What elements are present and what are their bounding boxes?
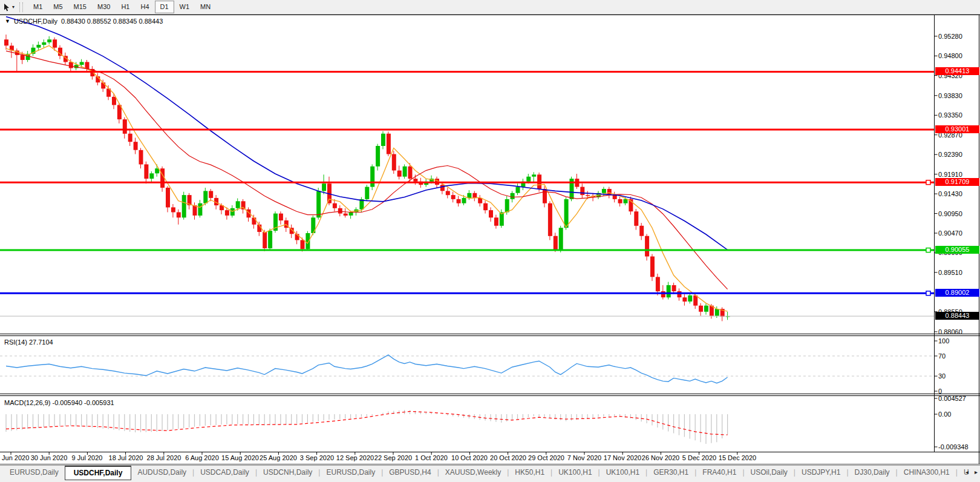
timeframe-button-m30[interactable]: M30: [92, 1, 116, 13]
toolbar-grip[interactable]: [19, 2, 23, 12]
timeframe-button-w1[interactable]: W1: [174, 1, 195, 13]
chart-tab-usoil-daily[interactable]: USOil,Daily: [745, 466, 794, 478]
timeframe-button-mn[interactable]: MN: [195, 1, 216, 13]
timeframe-button-d1[interactable]: D1: [155, 1, 174, 13]
chart-background: [0, 15, 980, 464]
chart-tab-usdchf-daily[interactable]: USDCHF,Daily: [65, 466, 132, 480]
timeframe-button-h4[interactable]: H4: [135, 1, 154, 13]
top-toolbar: ▾ M1M5M15M30H1H4D1W1MN: [0, 0, 980, 15]
chevron-down-icon[interactable]: ▾: [12, 4, 15, 10]
chart-tab-uk100-h1[interactable]: UK100,H1: [600, 466, 645, 478]
chart-tab-usdcad-daily[interactable]: USDCAD,Daily: [194, 466, 255, 478]
chart-tab-audusd-daily[interactable]: AUDUSD,Daily: [131, 466, 192, 478]
cursor-arrow-icon: [2, 3, 11, 12]
chart-tab-fra40-h1[interactable]: FRA40,H1: [696, 466, 742, 478]
chart-tab-eurusd-daily[interactable]: EURUSD,Daily: [320, 466, 381, 478]
timeframe-button-m1[interactable]: M1: [28, 1, 48, 13]
chart-tab-bar: EURUSD,DailyUSDCHF,DailyAUDUSD,Daily|USD…: [0, 465, 980, 482]
timeframe-button-m15[interactable]: M15: [68, 1, 92, 13]
timeframe-button-m5[interactable]: M5: [48, 1, 68, 13]
chart-tab-china300-h1[interactable]: CHINA300,H1: [898, 466, 956, 478]
chart-tab-uk100-h1[interactable]: UK100,H1: [552, 466, 598, 478]
timeframe-toolbar: M1M5M15M30H1H4D1W1MN: [25, 1, 218, 13]
cursor-tool[interactable]: ▾: [0, 3, 17, 12]
chart-tab-dj30-daily[interactable]: DJ30,Daily: [849, 466, 896, 478]
chart-tab-usdjpy-h1[interactable]: USDJPY,H1: [795, 466, 846, 478]
tab-scrollers: ◂ ▸: [965, 469, 978, 475]
chart-tab-xauusd-weekly[interactable]: XAUUSD,Weekly: [439, 466, 507, 478]
chart-tab-gbpusd-h4[interactable]: GBPUSD,H4: [383, 466, 437, 478]
chart-canvas[interactable]: [0, 0, 980, 482]
chart-tab-hk50-h1[interactable]: HK50,H1: [509, 466, 550, 478]
chart-tab-eurusd-daily[interactable]: EURUSD,Daily: [4, 466, 65, 478]
tab-scroll-right-icon[interactable]: ▸: [975, 469, 978, 475]
chart-tab-usdcnh-daily[interactable]: USDCNH,Daily: [257, 466, 318, 478]
chart-tab-ger30-h1[interactable]: GER30,H1: [647, 466, 694, 478]
tab-scroll-left-icon[interactable]: ◂: [965, 469, 969, 475]
timeframe-button-h1[interactable]: H1: [116, 1, 135, 13]
